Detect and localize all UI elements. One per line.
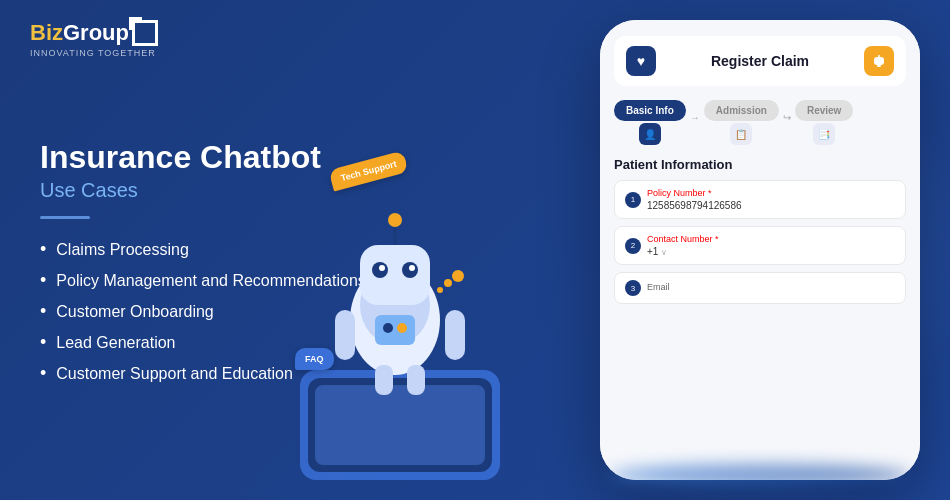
logo-tagline: INNOVATING TOGETHER [30,48,158,58]
use-case-list: Claims Processing Policy Management and … [40,239,400,384]
logo: BizGroup INNOVATING TOGETHER [30,20,158,58]
bell-icon [864,46,894,76]
field-row: 1 Policy Number * 12585698794126586 [625,188,895,211]
field-content-3: Email [647,282,670,294]
contact-number-field[interactable]: 2 Contact Number * +1 ∨ [614,226,906,265]
phone-title: Register Claim [711,53,809,69]
phone-header: ♥ Register Claim [614,36,906,86]
field-number-badge-3: 3 [625,280,641,296]
step-arrow-1: → [690,112,700,123]
steps-row: Basic Info 👤 → Admission 📋 ↪ Review 📑 [614,100,906,145]
field-value-policy: 12585698794126586 [647,200,742,211]
step-icon-review: 📑 [813,123,835,145]
step-icon-admission: 📋 [730,123,752,145]
logo-text: BizGroup [30,22,129,44]
step-label-review: Review [795,100,853,121]
list-item: Customer Onboarding [40,301,400,322]
svg-rect-22 [874,57,884,65]
field-value-contact: +1 ∨ [647,246,719,257]
svg-rect-23 [877,65,881,67]
patient-title: Patient Information [614,157,906,172]
field-content-2: Contact Number * +1 ∨ [647,234,719,257]
list-item: Policy Management and Recommendations [40,270,400,291]
field-label-contact: Contact Number * [647,234,719,244]
svg-rect-24 [878,55,880,57]
field-row: 2 Contact Number * +1 ∨ [625,234,895,257]
platform-shadow [610,464,910,486]
email-field[interactable]: 3 Email [614,272,906,304]
field-label-policy: Policy Number * [647,188,742,198]
faq-bubble: FAQ [295,348,334,370]
field-label-email: Email [647,282,670,292]
field-number-badge-2: 2 [625,238,641,254]
field-number-badge: 1 [625,192,641,208]
title-divider [40,216,90,219]
field-content: Policy Number * 12585698794126586 [647,188,742,211]
step-label-admission: Admission [704,100,779,121]
phone-screen: ♥ Register Claim Basic Info 👤 → Admissio… [600,20,920,480]
list-item: Customer Support and Education [40,363,400,384]
step-review[interactable]: Review 📑 [795,100,853,145]
step-label-basic: Basic Info [614,100,686,121]
step-basic-info[interactable]: Basic Info 👤 [614,100,686,145]
heart-icon: ♥ [626,46,656,76]
step-icon-basic: 👤 [639,123,661,145]
list-item: Lead Generation [40,332,400,353]
step-arrow-2: ↪ [783,112,791,123]
policy-number-field[interactable]: 1 Policy Number * 12585698794126586 [614,180,906,219]
logo-box [132,20,158,46]
step-admission[interactable]: Admission 📋 [704,100,779,145]
phone-mockup: ♥ Register Claim Basic Info 👤 → Admissio… [600,20,920,480]
list-item: Claims Processing [40,239,400,260]
field-row-3: 3 Email [625,280,895,296]
